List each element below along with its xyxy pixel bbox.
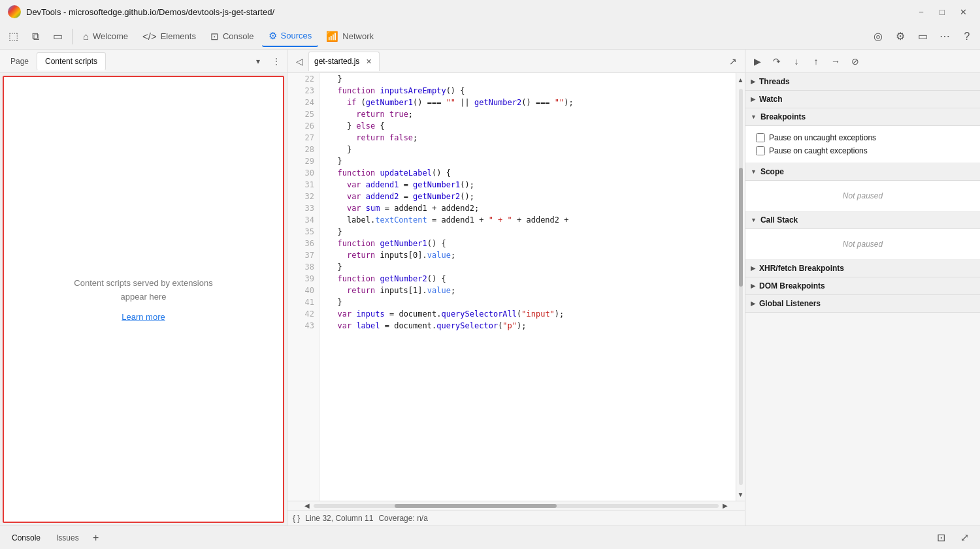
breakpoints-label: Breakpoints [760, 112, 806, 121]
more-tabs-button[interactable]: ▾ [250, 54, 266, 69]
format-button[interactable]: { } [293, 514, 300, 523]
titlebar: DevTools - microsoftedge.github.io/Demos… [0, 0, 980, 24]
h-scroll-thumb[interactable] [395, 504, 557, 508]
dock-button[interactable]: ▭ [912, 26, 933, 47]
file-tab-get-started[interactable]: get-started.js ✕ [308, 52, 380, 71]
global-listeners-section-header[interactable]: ▶ Global Listeners [745, 295, 980, 313]
device-toolbar-button[interactable]: ⧉ [25, 26, 46, 47]
help-button[interactable]: ? [956, 26, 977, 47]
watch-section-header[interactable]: ▶ Watch [745, 91, 980, 108]
call-stack-section-header[interactable]: ▼ Call Stack [745, 212, 980, 229]
performance-monitor-button[interactable]: ◎ [868, 26, 889, 47]
code-line-28: } [328, 144, 736, 155]
xhr-breakpoints-section-header[interactable]: ▶ XHR/fetch Breakpoints [745, 260, 980, 277]
tab-sources[interactable]: ⚙ Sources [262, 26, 319, 47]
dock-to-bottom-button[interactable]: ⊡ [930, 527, 951, 548]
add-tab-button[interactable]: + [88, 530, 104, 546]
undock-button[interactable]: ⤢ [954, 527, 975, 548]
code-line-33: var sum = addend1 + addend2; [328, 202, 736, 214]
dom-breakpoints-section-header[interactable]: ▶ DOM Breakpoints [745, 277, 980, 295]
line-numbers: 22 23 24 25 26 27 28 29 30 31 32 33 [287, 73, 320, 501]
tab-page[interactable]: Page [3, 52, 37, 71]
left-panel-tabs: Page Content scripts ▾ ⋮ [0, 50, 287, 73]
pause-uncaught-checkbox[interactable] [756, 133, 765, 142]
breakpoints-section-header[interactable]: ▼ Breakpoints [745, 108, 980, 126]
threads-section-header[interactable]: ▶ Threads [745, 73, 980, 91]
code-line-22: } [328, 73, 736, 85]
step-into-button[interactable]: ↓ [787, 52, 806, 71]
right-panel: ▶ ↷ ↓ ↑ → ⊘ ▶ Threads ▶ Watch ▼ Breakpoi… [745, 50, 980, 525]
pause-caught-row: Pause on caught exceptions [751, 144, 975, 157]
step-button[interactable]: → [826, 52, 845, 71]
back-button[interactable]: ◁ [290, 52, 308, 71]
settings-button[interactable]: ⚙ [890, 26, 911, 47]
bottom-bar: Console Issues + ⊡ ⤢ [0, 525, 980, 549]
code-line-32: var addend2 = getNumber2(); [328, 191, 736, 202]
code-line-38: } [328, 261, 736, 273]
right-panel-toolbar: ▶ ↷ ↓ ↑ → ⊘ [745, 50, 980, 73]
cursor-position: Line 32, Column 11 [305, 514, 373, 523]
right-panel-content: ▶ Threads ▶ Watch ▼ Breakpoints Pause on… [745, 73, 980, 525]
pause-caught-checkbox[interactable] [756, 146, 765, 155]
empty-state-message: Content scripts served by extensionsappe… [74, 278, 212, 302]
tab-elements[interactable]: </> Elements [136, 26, 203, 47]
call-stack-body: Not paused [745, 229, 980, 260]
xhr-triangle: ▶ [751, 265, 755, 272]
code-line-31: var addend1 = getNumber1(); [328, 179, 736, 191]
toggle-drawer-button[interactable]: ▭ [47, 26, 68, 47]
call-stack-label: Call Stack [760, 215, 798, 225]
code-line-42: var inputs = document.querySelectorAll("… [328, 308, 736, 320]
tab-content-scripts-label: Content scripts [45, 57, 97, 66]
network-icon: 📶 [326, 31, 338, 42]
minimize-button[interactable]: − [912, 3, 930, 21]
left-panel: Page Content scripts ▾ ⋮ Content scripts… [0, 50, 287, 525]
scroll-left-button[interactable]: ◀ [301, 501, 314, 510]
learn-more-link[interactable]: Learn more [122, 312, 165, 322]
content-scripts-panel: Content scripts served by extensionsappe… [3, 76, 284, 523]
code-line-30: function updateLabel() { [328, 167, 736, 179]
code-line-40: return inputs[1].value; [328, 285, 736, 296]
more-tools-button[interactable]: ⋯ [934, 26, 955, 47]
scroll-right-button[interactable]: ▶ [719, 501, 732, 510]
vertical-scrollbar[interactable]: ▲ ▼ [736, 73, 745, 501]
move-to-panel-button[interactable]: ↗ [724, 52, 742, 71]
bottom-tab-console[interactable]: Console [5, 531, 47, 545]
inspect-element-button[interactable]: ⬚ [3, 26, 24, 47]
call-stack-triangle: ▼ [751, 217, 757, 223]
scroll-down-button[interactable]: ▼ [736, 488, 745, 501]
console-icon: ⊡ [210, 31, 219, 42]
titlebar-controls: − □ ✕ [912, 3, 972, 21]
sources-icon: ⚙ [269, 30, 277, 42]
maximize-button[interactable]: □ [933, 3, 951, 21]
resume-button[interactable]: ▶ [748, 52, 766, 71]
threads-triangle: ▶ [751, 78, 755, 85]
panel-options-button[interactable]: ⋮ [269, 54, 284, 69]
scope-section-header[interactable]: ▼ Scope [745, 163, 980, 181]
code-line-29: } [328, 155, 736, 167]
tab-welcome[interactable]: ⌂ Welcome [76, 26, 135, 47]
tab-page-label: Page [10, 57, 29, 66]
vert-scroll-thumb[interactable] [739, 168, 743, 287]
elements-icon: </> [142, 31, 157, 42]
close-button[interactable]: ✕ [954, 3, 972, 21]
scroll-up-button[interactable]: ▲ [736, 73, 745, 86]
coverage-info: Coverage: n/a [378, 514, 427, 523]
close-file-tab[interactable]: ✕ [363, 56, 374, 67]
horizontal-scrollbar[interactable]: ◀ ▶ [287, 501, 745, 510]
status-bar: { } Line 32, Column 11 Coverage: n/a [287, 510, 745, 525]
code-line-24: if (getNumber1() === "" || getNumber2() … [328, 97, 736, 108]
vert-scroll-track[interactable] [739, 89, 743, 485]
code-line-23: function inputsAreEmpty() { [328, 85, 736, 97]
tab-content-scripts[interactable]: Content scripts [37, 52, 106, 71]
step-out-button[interactable]: ↑ [807, 52, 825, 71]
tab-elements-label: Elements [161, 31, 196, 41]
tab-network[interactable]: 📶 Network [319, 26, 380, 47]
tab-console[interactable]: ⊡ Console [204, 26, 261, 47]
step-over-button[interactable]: ↷ [768, 52, 786, 71]
bottom-tab-issues[interactable]: Issues [50, 531, 86, 545]
h-scroll-track[interactable] [314, 504, 719, 508]
breakpoints-triangle: ▼ [751, 114, 757, 120]
code-scroll[interactable]: 22 23 24 25 26 27 28 29 30 31 32 33 [287, 73, 736, 501]
code-line-34: label.textContent = addend1 + " + " + ad… [328, 214, 736, 226]
deactivate-breakpoints-button[interactable]: ⊘ [846, 52, 864, 71]
